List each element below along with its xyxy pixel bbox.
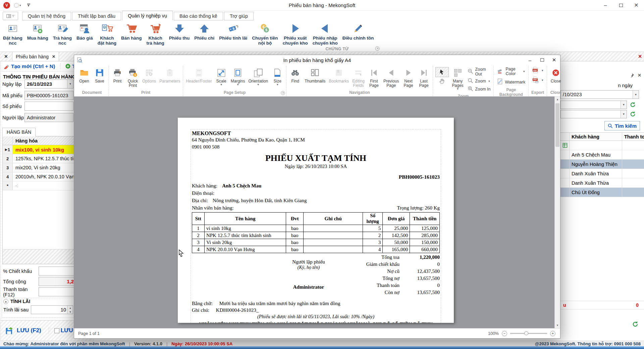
scroll-up-icon[interactable]: ▲ bbox=[555, 97, 560, 102]
ribbon-item-arrow-up[interactable]: Phiếu chi bbox=[192, 21, 217, 41]
toolbar-item-zoom-in[interactable]: Zoom In bbox=[466, 85, 493, 93]
customer-row-3[interactable]: Danh Xuân Thừa bbox=[560, 169, 644, 178]
toolbar-item-many-pages[interactable]: Many Pages▼ bbox=[450, 66, 466, 91]
chevron-down-icon[interactable]: ▼ bbox=[67, 80, 73, 88]
tabstrip-close-button[interactable]: ✕ bbox=[638, 54, 642, 59]
zoom-slider[interactable] bbox=[510, 333, 547, 334]
toolbar-item-zoom[interactable]: Zoom▼ bbox=[466, 77, 493, 85]
toolbar-item-orientation[interactable]: Orientation▼ bbox=[247, 66, 270, 86]
scrollbar-thumb[interactable] bbox=[555, 103, 559, 147]
ribbon-tab-trợ-giúp[interactable]: Trợ giúp bbox=[224, 12, 254, 20]
ribbon-item-triangle-right[interactable]: Phiếu xuất chuyển kho bbox=[280, 21, 310, 46]
filter-combo-1[interactable]: ▼ bbox=[560, 101, 627, 109]
maximize-button[interactable] bbox=[613, 0, 629, 10]
ribbon-item-label: Báo giá bbox=[76, 36, 93, 41]
interest-days-stepper[interactable]: 10 ▲▼ bbox=[31, 305, 73, 314]
ribbon-tab-báo-cáo-thống-kê[interactable]: Báo cáo thống kê bbox=[174, 12, 223, 20]
ribbon-item-price-tag[interactable]: $Phiếu tính lãi bbox=[217, 21, 250, 41]
field-input-0[interactable]: 26/10/2023▼ bbox=[24, 79, 73, 89]
toolbar-item-first-page[interactable]: First Page bbox=[366, 66, 382, 88]
toolbar-item-print[interactable]: Print bbox=[110, 66, 125, 83]
ribbon-item-triangle-left[interactable]: Phiếu nhập chuyển kho bbox=[310, 21, 340, 46]
dialog-close-button[interactable]: ✕ bbox=[548, 55, 560, 65]
minimize-button[interactable]: – bbox=[598, 0, 613, 10]
ribbon-tab-quản-trị-hệ-thống[interactable]: Quản trị hệ thống bbox=[22, 12, 71, 20]
group-dialog-launcher-icon[interactable] bbox=[375, 46, 380, 51]
ribbon-item-person-card-edit[interactable]: Trả hàng ncc bbox=[51, 21, 74, 46]
toolbar-item-close[interactable]: Close bbox=[548, 66, 564, 83]
ribbon-tab-quản-lý-nghiệp-vụ[interactable]: Quản lý nghiệp vụ bbox=[122, 11, 173, 20]
toolbar-item-find[interactable]: Find bbox=[287, 66, 303, 83]
collapse-toggle-icon[interactable]: ▲ bbox=[3, 299, 8, 304]
dialog-minimize-button[interactable]: – bbox=[524, 55, 536, 65]
stepper-up-icon[interactable]: ▲ bbox=[68, 306, 73, 310]
chevron-down-icon[interactable]: ▼ bbox=[621, 101, 627, 109]
refresh-icon[interactable] bbox=[632, 321, 639, 328]
create-new-link[interactable]: Tạo mới (Ctrl + N) bbox=[4, 63, 55, 69]
tab-phieu-ban-hang[interactable]: Phiếu bán hàng ✕ bbox=[12, 52, 59, 61]
ribbon-item-calendar-person[interactable]: Báo giá bbox=[74, 21, 95, 41]
checkbox-icon[interactable] bbox=[54, 328, 59, 333]
toolbar-item-save[interactable]: Save bbox=[92, 66, 107, 83]
svg-text:PDF: PDF bbox=[533, 69, 537, 71]
zoom-out-button[interactable]: − bbox=[502, 331, 507, 336]
ribbon-item-person-card[interactable]: Đặt hàng ncc bbox=[1, 21, 25, 46]
ribbon-item-cart[interactable]: Bán hàng bbox=[119, 21, 144, 41]
toolbar-item-last-page[interactable]: Last Page bbox=[416, 66, 432, 88]
customer-row-5[interactable]: Chú Út Đổng bbox=[560, 188, 644, 197]
panel-close-icon[interactable]: ✕ bbox=[638, 73, 641, 78]
new-row-marker: * bbox=[3, 181, 13, 190]
vertical-scrollbar[interactable]: ▲ ▼ bbox=[554, 97, 560, 328]
toolbar-item-label: Next Page bbox=[404, 79, 413, 88]
toolbar-item-page-color[interactable]: Page Color▼ bbox=[495, 66, 527, 77]
chevron-down-icon[interactable]: ▼ bbox=[621, 110, 627, 118]
toolbar-item-watermark[interactable]: Watermark bbox=[495, 77, 527, 87]
toolbar-item-scale[interactable]: Scale▼ bbox=[214, 66, 229, 86]
filter-combo-2[interactable]: ▼ bbox=[560, 110, 627, 118]
refresh-icon[interactable] bbox=[630, 111, 636, 117]
customer-row-0[interactable] bbox=[560, 141, 644, 150]
pin-icon[interactable] bbox=[630, 73, 634, 77]
search-button[interactable]: Tìm kiếm bbox=[604, 121, 640, 130]
ribbon-tab-thiết-lập-ban-đầu[interactable]: Thiết lập ban đầu bbox=[72, 12, 121, 20]
pointer-tool-button[interactable] bbox=[435, 67, 449, 77]
scroll-down-icon[interactable]: ▼ bbox=[555, 323, 560, 328]
toolbar-item-next-page[interactable]: Next Page bbox=[401, 66, 416, 88]
ribbon-item-arrow-down[interactable]: Phiếu thu bbox=[167, 21, 192, 41]
dialog-maximize-button[interactable] bbox=[536, 55, 548, 65]
date-filter-combo[interactable]: /10/2023 ▼ bbox=[560, 90, 639, 99]
toolbar-item-pdf[interactable]: PDF▼ bbox=[530, 66, 546, 75]
customer-row-1[interactable]: Anh 5 Chệch Mau bbox=[560, 150, 644, 160]
toolbar-item-previous-page[interactable]: Previous Page bbox=[382, 66, 401, 88]
save-button[interactable]: LƯU (F2) bbox=[5, 326, 41, 335]
toolbar-item-quick-print[interactable]: Quick Print bbox=[125, 66, 141, 88]
toolbar-item-zoom-out[interactable]: Zoom Out bbox=[466, 66, 493, 77]
ribbon-item-doc-cart[interactable]: Khách đặt hàng bbox=[95, 21, 119, 46]
app-menu-button[interactable]: ▽ bbox=[3, 12, 18, 20]
hand-tool-button[interactable] bbox=[439, 78, 445, 85]
column-header-khach-hang[interactable]: Khách hàng bbox=[570, 133, 622, 140]
toolbar-item-open[interactable]: Open bbox=[76, 66, 92, 83]
customer-row-4[interactable]: Danh Xuân Thừa bbox=[560, 178, 644, 188]
refresh-icon[interactable] bbox=[630, 102, 636, 108]
customer-row-2[interactable]: Nguyễn Hoàng Thiện bbox=[560, 160, 644, 169]
ribbon-item-coins[interactable]: €$Chuyển tiền nội bộ bbox=[250, 21, 280, 46]
toolbar-item-pdf-mail[interactable]: PDF▼ bbox=[530, 75, 546, 85]
zoom-in-button[interactable]: + bbox=[550, 331, 555, 336]
ribbon-item-person-card-plus[interactable]: Mua hàng bbox=[25, 21, 51, 41]
toolbar-item-size[interactable]: Size▼ bbox=[270, 66, 285, 86]
field-input-2[interactable] bbox=[24, 102, 73, 111]
tab-close-box-button[interactable]: ✕ bbox=[0, 52, 12, 61]
column-header-thanh-toan[interactable]: Thanh to bbox=[622, 133, 644, 140]
chevron-down-icon[interactable]: ▼ bbox=[633, 91, 639, 99]
tab-hang-ban[interactable]: HÀNG BÁN bbox=[2, 128, 36, 136]
group-dialog-launcher-icon[interactable] bbox=[281, 91, 285, 95]
close-button[interactable]: ✕ bbox=[629, 0, 644, 10]
zoom-slider-thumb[interactable] bbox=[524, 331, 528, 335]
toolbar-item-thumbnails[interactable]: Thumbnails bbox=[303, 66, 327, 83]
ribbon-item-cart-return[interactable]: Khách trả hàng bbox=[144, 21, 167, 46]
tab-close-icon[interactable]: ✕ bbox=[52, 54, 55, 59]
stepper-down-icon[interactable]: ▼ bbox=[68, 310, 73, 314]
ribbon-item-pencil[interactable]: Điều chỉnh tồn bbox=[340, 21, 376, 41]
toolbar-item-margins[interactable]: Margins▼ bbox=[229, 66, 247, 86]
